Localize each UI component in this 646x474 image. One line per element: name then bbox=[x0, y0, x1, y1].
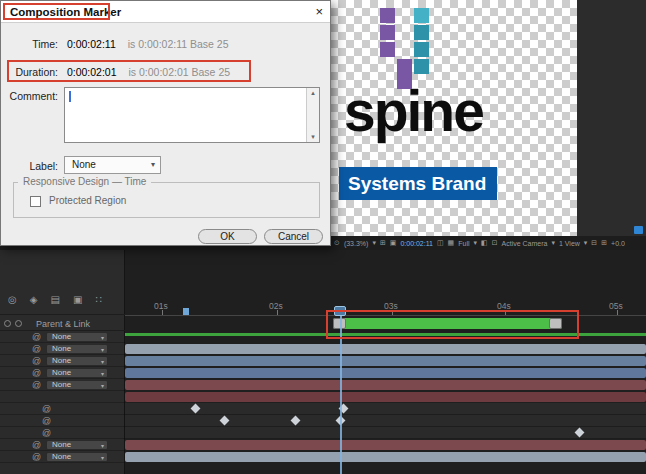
layer-outline-row: @None▾ bbox=[0, 343, 125, 355]
viewer-toolbar-item[interactable]: 1 View bbox=[559, 240, 580, 247]
parent-link-value: None bbox=[52, 452, 71, 461]
layer-outline-row bbox=[0, 391, 125, 403]
logo-mark-cell bbox=[414, 42, 429, 57]
parent-link-dropdown[interactable]: None▾ bbox=[46, 380, 108, 390]
comment-scrollbar[interactable]: ▴ ▾ bbox=[306, 88, 319, 142]
comment-input[interactable]: ▴ ▾ bbox=[64, 87, 320, 143]
time-row: Time: 0:00:02:11 is 0:00:02:11 Base 25 bbox=[1, 38, 330, 50]
layer-bar[interactable] bbox=[125, 440, 646, 450]
responsive-design-group-title: Responsive Design — Time bbox=[18, 176, 151, 187]
layer-outline-row: @ bbox=[0, 427, 125, 439]
parent-link-dropdown[interactable]: None▾ bbox=[46, 452, 108, 462]
timeline-toggle-icon[interactable]: ∷ bbox=[95, 294, 101, 305]
timeline-panel: 01s02s03s04s05s ◎◈▤▣∷ Parent & Link @Non… bbox=[0, 250, 646, 474]
layer-outline: ◎◈▤▣∷ Parent & Link @None▾@None▾@None▾@N… bbox=[0, 250, 125, 474]
annotation-box-duration bbox=[7, 60, 251, 82]
solo-column-icon bbox=[15, 320, 22, 327]
parent-link-value: None bbox=[52, 368, 71, 377]
scroll-up-icon[interactable]: ▴ bbox=[307, 89, 319, 97]
viewer-toolbar-item[interactable]: ⊙ bbox=[334, 239, 340, 247]
scroll-down-icon[interactable]: ▾ bbox=[307, 133, 319, 141]
viewer-toolbar-item[interactable]: ⊞ bbox=[601, 239, 607, 247]
protected-region-label: Protected Region bbox=[49, 195, 126, 206]
layer-outline-row: @None▾ bbox=[0, 439, 125, 451]
viewer-toolbar-item[interactable]: ▾ bbox=[372, 239, 376, 247]
logo-mark-cell bbox=[414, 59, 429, 74]
pickwhip-icon[interactable]: @ bbox=[32, 440, 41, 450]
viewer-toolbar-item[interactable]: ⊞ bbox=[380, 239, 386, 247]
layer-outline-row: @None▾ bbox=[0, 355, 125, 367]
logo-mark-cell bbox=[397, 59, 412, 74]
viewer-toolbar-item[interactable]: (33.3%) bbox=[344, 240, 369, 247]
logo-text: spine bbox=[344, 78, 483, 144]
timeline-toggle-icon[interactable]: ◎ bbox=[8, 294, 17, 305]
viewer-toolbar-item[interactable]: ▾ bbox=[584, 239, 588, 247]
layer-bar[interactable] bbox=[125, 368, 646, 378]
ok-button[interactable]: OK bbox=[198, 229, 257, 244]
viewer-toolbar-item[interactable]: ▣ bbox=[390, 239, 397, 247]
pickwhip-icon[interactable]: @ bbox=[32, 452, 41, 462]
close-icon[interactable]: × bbox=[315, 4, 323, 19]
protected-region-checkbox[interactable] bbox=[30, 196, 41, 207]
chevron-down-icon: ▾ bbox=[101, 346, 104, 354]
layer-bar[interactable] bbox=[125, 356, 646, 366]
viewer-toolbar-item[interactable]: ▾ bbox=[474, 239, 478, 247]
composition-marker-dialog: Composition Marker × Time: 0:00:02:11 is… bbox=[0, 0, 331, 246]
viewer-toolbar-item[interactable]: +0.0 bbox=[611, 240, 625, 247]
after-effects-window: spine Systems Brand ⊙(33.3%)▾⊞▣0:00:02:1… bbox=[0, 0, 646, 474]
viewer-toolbar-item[interactable]: ⊡ bbox=[492, 239, 498, 247]
layer-outline-row: @None▾ bbox=[0, 379, 125, 391]
pickwhip-icon[interactable]: @ bbox=[32, 332, 41, 342]
chevron-down-icon: ▾ bbox=[101, 370, 104, 378]
layer-outline-row: @ bbox=[0, 403, 125, 415]
pickwhip-icon[interactable]: @ bbox=[42, 416, 51, 426]
parent-link-value: None bbox=[52, 356, 71, 365]
annotation-box-marker bbox=[326, 310, 579, 339]
viewer-toolbar-item[interactable]: ▦ bbox=[448, 239, 455, 247]
layer-outline-row: @ bbox=[0, 415, 125, 427]
viewer-toolbar-item[interactable]: Active Camera bbox=[502, 240, 548, 247]
timeline-toggle-icon[interactable]: ▤ bbox=[50, 294, 59, 305]
parent-link-dropdown[interactable]: None▾ bbox=[46, 344, 108, 354]
timecode-display[interactable]: 0:00:02:11 bbox=[400, 240, 433, 247]
parent-link-value: None bbox=[52, 344, 71, 353]
parent-link-dropdown[interactable]: None▾ bbox=[46, 332, 108, 342]
time-helper-text: is 0:00:02:11 Base 25 bbox=[128, 38, 229, 50]
label-dropdown-value: None bbox=[72, 159, 96, 170]
parent-link-dropdown[interactable]: None▾ bbox=[46, 440, 108, 450]
pickwhip-icon[interactable]: @ bbox=[32, 368, 41, 378]
pickwhip-icon[interactable]: @ bbox=[42, 428, 51, 438]
viewer-toolbar-item[interactable]: ▾ bbox=[551, 239, 555, 247]
layer-track bbox=[125, 250, 646, 474]
parent-link-dropdown[interactable]: None▾ bbox=[46, 368, 108, 378]
cancel-button[interactable]: Cancel bbox=[264, 229, 323, 244]
property-row bbox=[125, 427, 646, 439]
chevron-down-icon: ▾ bbox=[101, 382, 104, 390]
viewer-toolbar-item[interactable]: Full bbox=[458, 240, 469, 247]
pickwhip-icon[interactable]: @ bbox=[32, 356, 41, 366]
layer-bar[interactable] bbox=[125, 344, 646, 354]
logo-mark-cell bbox=[380, 42, 395, 57]
label-dropdown[interactable]: None ▾ bbox=[64, 156, 161, 174]
time-value-field[interactable]: 0:00:02:11 bbox=[67, 38, 116, 50]
label-label: Label: bbox=[1, 160, 58, 172]
layer-bar[interactable] bbox=[125, 380, 646, 390]
comment-label: Comment: bbox=[1, 90, 58, 102]
timeline-toggle-icon[interactable]: ◈ bbox=[30, 294, 38, 305]
viewer-toolbar-item[interactable]: ◫ bbox=[437, 239, 444, 247]
layer-outline-row: @None▾ bbox=[0, 367, 125, 379]
timeline-toggle-icons[interactable]: ◎◈▤▣∷ bbox=[8, 294, 102, 305]
ruler-marker-tick[interactable] bbox=[183, 308, 189, 315]
pickwhip-icon[interactable]: @ bbox=[32, 380, 41, 390]
pickwhip-icon[interactable]: @ bbox=[32, 344, 41, 354]
viewer-toolbar-item[interactable]: ◧ bbox=[481, 239, 488, 247]
viewer-toolbar-item[interactable]: ⊟ bbox=[591, 239, 597, 247]
parent-link-dropdown[interactable]: None▾ bbox=[46, 356, 108, 366]
pickwhip-icon[interactable]: @ bbox=[42, 404, 51, 414]
viewer-corner-icon[interactable] bbox=[634, 226, 643, 234]
layer-bar[interactable] bbox=[125, 452, 646, 462]
annotation-box-title bbox=[3, 3, 110, 20]
timeline-toggle-icon[interactable]: ▣ bbox=[73, 294, 82, 305]
current-time-indicator-line[interactable] bbox=[340, 316, 342, 474]
layer-bar[interactable] bbox=[125, 392, 646, 402]
